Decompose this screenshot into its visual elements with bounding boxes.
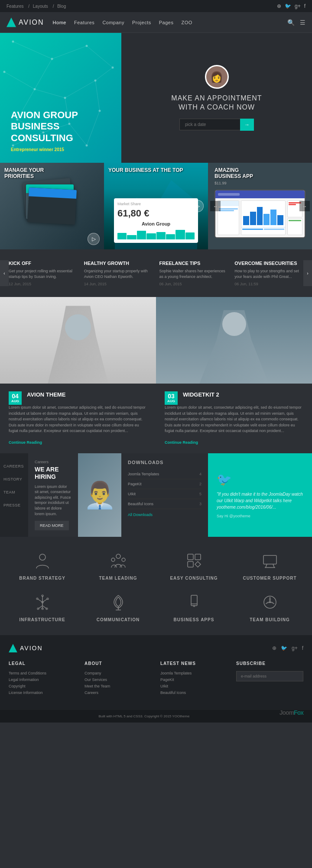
portfolio-text-1: Lorem ipsum dolor sit amet, consectetur … bbox=[165, 405, 303, 434]
subscribe-email-input[interactable] bbox=[236, 671, 303, 681]
blog-next-button[interactable]: › bbox=[303, 260, 312, 286]
panel-3-next-button[interactable]: → bbox=[299, 201, 310, 211]
svg-point-20 bbox=[34, 88, 36, 90]
twitter-icon[interactable]: 🐦 bbox=[285, 3, 291, 9]
blog-title-3: OVERCOME INSECURITIES bbox=[234, 260, 303, 266]
footer-twitter-icon[interactable]: 🐦 bbox=[281, 645, 287, 651]
svg-line-2 bbox=[87, 46, 113, 68]
portfolio-link-0[interactable]: Continue Reading bbox=[9, 440, 42, 445]
download-count-1: 2 bbox=[199, 482, 202, 486]
footer-link-careers[interactable]: Careers bbox=[84, 691, 152, 695]
footer-link-license[interactable]: License Information bbox=[9, 691, 76, 695]
blog-grid: KICK OFF Get your project rolling with e… bbox=[9, 260, 303, 286]
footer-link-uikit[interactable]: UIkit bbox=[160, 684, 228, 688]
logo[interactable]: AVION bbox=[6, 18, 44, 27]
twitter-handle[interactable]: Say Hi @yootheme bbox=[217, 514, 303, 518]
logo-text: AVION bbox=[19, 19, 44, 26]
service-easy-consulting: EASY CONSULTING bbox=[160, 550, 228, 581]
svg-point-32 bbox=[111, 558, 115, 561]
date-input[interactable] bbox=[179, 119, 240, 130]
svg-point-19 bbox=[112, 67, 114, 69]
nav-company[interactable]: Company bbox=[102, 20, 124, 25]
download-item-0: Joomla Templates 4 bbox=[128, 469, 202, 479]
footer-link-terms[interactable]: Terms and Conditions bbox=[9, 671, 76, 675]
panel-business-chart: YOUR BUSINESS AT THE TOP ▷ Market Share … bbox=[104, 163, 208, 249]
nav-features[interactable]: Features bbox=[74, 20, 94, 25]
business-apps-icon bbox=[183, 591, 205, 613]
footer-link-icons[interactable]: Beautiful Icons bbox=[160, 691, 228, 695]
nav-right: 🔍 ☰ bbox=[287, 19, 306, 26]
hero-cta: 👩 MAKE AN APPOINTMENTWITH A COACH NOW → bbox=[121, 33, 312, 163]
google-plus-icon[interactable]: g+ bbox=[295, 3, 301, 9]
topbar-layouts-link[interactable]: Layouts bbox=[33, 4, 48, 9]
nav-projects[interactable]: Projects bbox=[132, 20, 151, 25]
svg-rect-36 bbox=[188, 561, 193, 567]
footer-link-services[interactable]: Our Services bbox=[84, 678, 152, 682]
portfolio-link-1[interactable]: Continue Reading bbox=[165, 440, 198, 445]
footer-logo-icon bbox=[9, 644, 17, 652]
hero-cta-title: MAKE AN APPOINTMENTWITH A COACH NOW bbox=[171, 94, 262, 112]
joomla-fox-watermark: JoomFox bbox=[280, 709, 303, 716]
svg-point-26 bbox=[86, 145, 88, 147]
service-team-building: TEAM BUILDING bbox=[236, 591, 303, 622]
nav-zoo[interactable]: ZOO bbox=[181, 20, 192, 25]
service-label-brand: BRAND STRATEGY bbox=[19, 576, 65, 581]
footer-link-copyright[interactable]: Copyright bbox=[9, 684, 76, 688]
portfolio-title-0: AVION THEME bbox=[9, 391, 147, 398]
footer-news-title: LATEST NEWS bbox=[160, 661, 228, 666]
nav-pages[interactable]: Pages bbox=[159, 20, 174, 25]
svg-line-1 bbox=[52, 46, 87, 59]
footer-bottom: Built with HTML 5 and CSS3. Copyright © … bbox=[0, 710, 312, 723]
blog-date-1: 14 Jun, 2015 bbox=[84, 282, 153, 286]
footer-link-joomla[interactable]: Joomla Templates bbox=[160, 671, 228, 675]
menu-icon[interactable]: ☰ bbox=[300, 19, 306, 26]
footer-subscribe-col: SUBSCRIBE bbox=[236, 661, 303, 697]
footer-about-col: ABOUT Company Our Services Meet the Team… bbox=[84, 661, 152, 697]
hiring-read-more-button[interactable]: Read More bbox=[35, 521, 69, 530]
footer: AVION ⊕ 🐦 g+ f LEGAL Terms and Condition… bbox=[0, 635, 312, 723]
panel-business-app: ← → AMAZINGBUSINESS APP $11.99 bbox=[208, 163, 312, 249]
svg-line-38 bbox=[266, 564, 267, 568]
downloads-title: DOWNLOADS bbox=[128, 460, 202, 465]
sidebar-team[interactable]: Team bbox=[0, 486, 28, 499]
bottom-panels: Careers History Team Presse Careers WE A… bbox=[0, 453, 312, 537]
sidebar-careers[interactable]: Careers bbox=[0, 460, 28, 473]
date-submit-button[interactable]: → bbox=[240, 119, 254, 131]
panel-manage-priorities: MANAGE YOURPRIORITIES ▷ bbox=[0, 163, 104, 249]
footer-link-legal[interactable]: Legal Information bbox=[9, 678, 76, 682]
footer-link-team[interactable]: Meet the Team bbox=[84, 684, 152, 688]
portfolio-section: 04 AUG AVION THEME Lorem ipsum dolor sit… bbox=[0, 297, 312, 453]
facebook-icon[interactable]: f bbox=[304, 3, 306, 9]
search-icon[interactable]: 🔍 bbox=[287, 19, 295, 26]
breadcrumb: Features / Layouts / Blog bbox=[6, 4, 69, 9]
download-item-3: Beautiful Icons 3 bbox=[128, 499, 202, 509]
card-name: Avion Group bbox=[117, 221, 195, 226]
blog-title-2: FREELANCE TIPS bbox=[159, 260, 228, 266]
nav-home[interactable]: Home bbox=[53, 20, 66, 25]
topbar-blog-link[interactable]: Blog bbox=[57, 4, 66, 9]
footer-facebook-icon[interactable]: f bbox=[302, 645, 303, 651]
twitter-bird-icon: 🐦 bbox=[217, 472, 303, 487]
customer-support-icon bbox=[259, 550, 281, 571]
footer-github-icon[interactable]: ⊕ bbox=[272, 645, 276, 651]
blog-excerpt-1: Organizing your startup properly with Av… bbox=[84, 268, 153, 279]
topbar-features-link[interactable]: Features bbox=[6, 4, 23, 9]
sidebar-navigation: Careers History Team Presse bbox=[0, 453, 28, 537]
footer-link-company[interactable]: Company bbox=[84, 671, 152, 675]
footer-link-pagekit[interactable]: PageKit bbox=[160, 678, 228, 682]
blog-prev-button[interactable]: ‹ bbox=[0, 260, 9, 286]
panel-1-button[interactable]: ▷ bbox=[88, 233, 100, 245]
sidebar-presse[interactable]: Presse bbox=[0, 499, 28, 512]
panel-3-prev-button[interactable]: ← bbox=[210, 201, 221, 211]
footer-legal-title: LEGAL bbox=[9, 661, 76, 666]
svg-line-14 bbox=[4, 72, 35, 89]
easy-consulting-icon bbox=[183, 550, 205, 571]
github-icon[interactable]: ⊕ bbox=[277, 3, 281, 9]
svg-line-4 bbox=[35, 89, 65, 98]
footer-top: AVION ⊕ 🐦 g+ f LEGAL Terms and Condition… bbox=[0, 635, 312, 710]
all-downloads-link[interactable]: All Downloads bbox=[128, 513, 202, 517]
sidebar-history[interactable]: History bbox=[0, 473, 28, 486]
footer-subscribe-title: SUBSCRIBE bbox=[236, 661, 303, 666]
hero-banner: AVION GROUPBUSINESSCONSULTING Entreprene… bbox=[0, 33, 121, 163]
footer-google-plus-icon[interactable]: g+ bbox=[292, 645, 298, 651]
